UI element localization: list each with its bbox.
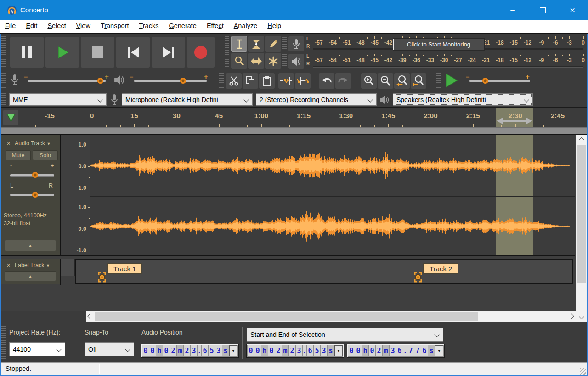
time-digit[interactable]: 2 bbox=[170, 345, 176, 356]
menu-effect[interactable]: Effect bbox=[202, 20, 229, 33]
time-digit[interactable]: 3 bbox=[321, 345, 327, 356]
zoom-tool-button[interactable] bbox=[231, 53, 247, 69]
playback-meter-button[interactable] bbox=[288, 54, 304, 69]
time-digit[interactable]: 3 bbox=[296, 345, 302, 356]
recording-meter-button[interactable] bbox=[288, 36, 304, 51]
horizontal-scrollbar[interactable] bbox=[86, 311, 576, 322]
time-digit[interactable]: 2 bbox=[289, 345, 295, 356]
time-digit[interactable]: 0 bbox=[248, 345, 254, 356]
waveform-channel-left[interactable] bbox=[90, 136, 575, 195]
timeline-ruler[interactable]: -1501530451:001:151:301:452:002:152:302:… bbox=[0, 108, 588, 127]
track-label[interactable]: Track 2 bbox=[423, 263, 458, 274]
skip-to-start-button[interactable] bbox=[116, 37, 150, 68]
time-unit[interactable]: m bbox=[383, 345, 389, 356]
time-digit[interactable]: 6 bbox=[421, 345, 428, 356]
time-digit[interactable]: 3 bbox=[390, 345, 396, 356]
trim-audio-button[interactable] bbox=[278, 73, 294, 89]
vertical-ruler[interactable]: 1.00.0-1.01.00.0-1.0 bbox=[61, 135, 90, 256]
edit-toolbar-grip[interactable] bbox=[219, 73, 224, 89]
multi-tool-button[interactable] bbox=[265, 53, 281, 69]
track-label[interactable]: Track 1 bbox=[107, 263, 142, 274]
time-digit[interactable]: 0 bbox=[254, 345, 261, 356]
timeshift-tool-button[interactable] bbox=[248, 53, 264, 69]
play-at-speed-button[interactable] bbox=[443, 72, 458, 91]
play-speed-slider[interactable] bbox=[469, 80, 530, 82]
playback-volume-slider[interactable] bbox=[134, 80, 207, 82]
copy-button[interactable] bbox=[243, 73, 258, 89]
time-unit[interactable]: s bbox=[428, 345, 435, 356]
time-digit[interactable]: 7 bbox=[414, 345, 421, 356]
time-digit[interactable]: 0 bbox=[149, 345, 156, 356]
cut-button[interactable] bbox=[226, 73, 242, 89]
time-digit[interactable]: 6 bbox=[307, 345, 313, 356]
time-digit[interactable]: 6 bbox=[202, 345, 208, 356]
audio-position-field[interactable]: 00h02m23.653s▼ bbox=[141, 344, 238, 357]
tools-toolbar-grip[interactable] bbox=[225, 36, 229, 68]
vertical-scrollbar[interactable] bbox=[576, 135, 587, 322]
time-digit[interactable]: 2 bbox=[376, 345, 382, 356]
selection-tool-button[interactable] bbox=[231, 36, 247, 52]
close-button[interactable]: × bbox=[558, 0, 587, 20]
time-field-stepper[interactable]: ▼ bbox=[229, 345, 237, 356]
selection-end-field[interactable]: 00h02m36.776s▼ bbox=[347, 344, 444, 357]
menu-file[interactable]: File bbox=[0, 20, 21, 33]
horizontal-scroll-thumb[interactable] bbox=[95, 312, 478, 321]
menu-help[interactable]: Help bbox=[262, 20, 286, 33]
playback-device-dropdown[interactable]: Speakers (Realtek High Definiti bbox=[393, 93, 533, 106]
envelope-tool-button[interactable] bbox=[248, 36, 264, 52]
track-title[interactable]: Audio Track ▼ bbox=[15, 140, 51, 147]
play-button[interactable] bbox=[45, 37, 79, 68]
time-digit[interactable]: 3 bbox=[191, 345, 197, 356]
time-unit[interactable]: m bbox=[282, 345, 288, 356]
time-unit[interactable]: h bbox=[362, 345, 368, 356]
scrub-ruler[interactable] bbox=[0, 127, 588, 134]
time-digit[interactable]: 2 bbox=[275, 345, 282, 356]
waveform-view[interactable] bbox=[90, 135, 575, 256]
close-track-button[interactable]: × bbox=[5, 139, 12, 147]
recording-meter-grip[interactable] bbox=[282, 37, 287, 51]
timeline-options-button[interactable] bbox=[3, 110, 18, 125]
label-flag-icon[interactable] bbox=[97, 272, 107, 283]
time-unit[interactable]: h bbox=[261, 345, 268, 356]
silence-audio-button[interactable] bbox=[295, 73, 311, 89]
time-digit[interactable]: 7 bbox=[407, 345, 414, 356]
menu-transport[interactable]: Transport bbox=[96, 20, 134, 33]
menu-analyze[interactable]: Analyze bbox=[229, 20, 263, 33]
recording-channels-dropdown[interactable]: 2 (Stereo) Recording Channels bbox=[256, 93, 377, 106]
label-track-content[interactable]: Track 1Track 2 bbox=[75, 259, 573, 284]
undo-button[interactable] bbox=[319, 73, 334, 89]
selection-toolbar-grip[interactable] bbox=[1, 326, 6, 359]
play-speed-thumb[interactable] bbox=[482, 78, 488, 84]
draw-tool-button[interactable] bbox=[265, 36, 281, 52]
selection-start-field[interactable]: 00h02m23.653s▼ bbox=[247, 344, 344, 357]
pause-button[interactable] bbox=[10, 37, 44, 68]
audio-host-dropdown[interactable]: MME bbox=[9, 93, 107, 106]
time-digit[interactable]: 0 bbox=[163, 345, 170, 356]
menu-select[interactable]: Select bbox=[42, 20, 71, 33]
track-menu-arrow-icon[interactable]: ▼ bbox=[47, 142, 51, 146]
waveform-channel-right[interactable] bbox=[90, 198, 575, 255]
time-digit[interactable]: 3 bbox=[215, 345, 222, 356]
mute-button[interactable]: Mute bbox=[6, 150, 31, 160]
stop-button[interactable] bbox=[81, 37, 114, 68]
time-digit[interactable]: 5 bbox=[209, 345, 215, 356]
label-flag-icon[interactable] bbox=[413, 272, 423, 283]
collapse-track-button[interactable]: ▲ bbox=[5, 240, 56, 251]
scroll-up-button[interactable] bbox=[576, 135, 587, 144]
scroll-down-button[interactable] bbox=[576, 312, 587, 322]
transport-toolbar-grip[interactable] bbox=[1, 36, 6, 68]
zoom-project-button[interactable] bbox=[411, 73, 426, 89]
zoom-in-button[interactable] bbox=[361, 73, 377, 89]
track-title[interactable]: Label Track ▼ bbox=[15, 262, 50, 268]
record-button[interactable] bbox=[187, 37, 215, 68]
scroll-left-button[interactable] bbox=[86, 311, 94, 322]
recording-volume-slider[interactable] bbox=[28, 80, 106, 82]
recording-volume-thumb[interactable] bbox=[97, 78, 103, 84]
playback-meter[interactable]: LR-57-54-51-48-45-42-39-36-33-30-27-24-2… bbox=[313, 53, 584, 70]
vertical-scroll-thumb[interactable] bbox=[577, 145, 586, 283]
selection-range-mode-dropdown[interactable]: Start and End of Selection bbox=[247, 328, 443, 342]
gain-thumb[interactable] bbox=[32, 172, 38, 178]
skip-to-end-button[interactable] bbox=[152, 37, 185, 68]
menu-tracks[interactable]: Tracks bbox=[134, 20, 164, 33]
solo-button[interactable]: Solo bbox=[33, 150, 58, 160]
